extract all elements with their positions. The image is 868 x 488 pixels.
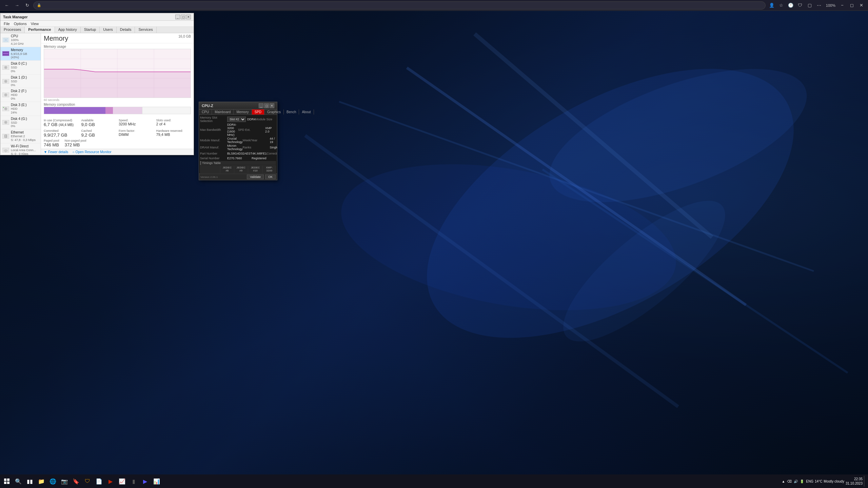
svg-rect-55 bbox=[7, 479, 9, 481]
office-button[interactable]: 📄 bbox=[94, 476, 104, 487]
powershell-button[interactable]: ▶ bbox=[140, 476, 151, 487]
task-manager-window: Task Manager _ ◻ ✕ File Options View Pro… bbox=[0, 13, 194, 155]
tab-users[interactable]: Users bbox=[100, 27, 117, 33]
module-manuf-label: Module Manuf. bbox=[200, 139, 227, 142]
show-desktop-button[interactable] bbox=[864, 476, 865, 487]
antivirus-button[interactable]: 🛡 bbox=[82, 476, 93, 487]
memory-title: Memory bbox=[44, 35, 68, 42]
ok-button[interactable]: OK bbox=[265, 175, 276, 179]
jedec8-header: JEDEC #8 bbox=[220, 166, 234, 173]
cpuz-close-button[interactable]: ✕ bbox=[270, 103, 274, 108]
close-browser-button[interactable]: ✕ bbox=[857, 1, 865, 9]
options-menu[interactable]: Options bbox=[12, 21, 29, 27]
tab-startup[interactable]: Startup bbox=[81, 27, 100, 33]
clock[interactable]: 22:35 31.10.2023 bbox=[846, 477, 863, 486]
tab-details[interactable]: Details bbox=[117, 27, 135, 33]
zoom-indicator: 100% bbox=[825, 3, 837, 7]
cpuz-tab-about[interactable]: About bbox=[299, 109, 314, 115]
explorer-button[interactable]: 📁 bbox=[36, 476, 47, 487]
terminal-button[interactable]: ▮ bbox=[128, 476, 139, 487]
cpuz-tab-cpu[interactable]: CPU bbox=[199, 109, 212, 115]
battery-icon[interactable]: 🔋 bbox=[800, 480, 804, 483]
view-menu[interactable]: View bbox=[29, 21, 41, 27]
cast-icon[interactable]: ▢ bbox=[806, 1, 814, 9]
forward-button[interactable]: → bbox=[13, 1, 21, 9]
task-manager-title: Task Manager bbox=[3, 15, 175, 19]
maximize-browser-button[interactable]: ◻ bbox=[848, 1, 856, 9]
in-use-stat: In use (Compressed) 6,7 GB (44,4 MB) bbox=[44, 119, 79, 127]
sidebar-item-ethernet[interactable]: Ethernet Ethernet 2 S: 47,8 · 0,3 Mbps bbox=[0, 129, 41, 143]
tab-processes[interactable]: Processes bbox=[0, 27, 25, 33]
tab-services[interactable]: Services bbox=[135, 27, 156, 33]
sidebar-item-memory[interactable]: Memory 6,9/15,9 GB (43%) bbox=[0, 47, 41, 61]
cpuz-tab-mainboard[interactable]: Mainboard bbox=[212, 109, 234, 115]
hw-reserved-value: 79,4 MB bbox=[156, 133, 191, 137]
network-icon[interactable]: ⌫ bbox=[787, 480, 792, 483]
task-view-button[interactable]: ▮▮ bbox=[24, 476, 35, 487]
camera-button[interactable]: 📷 bbox=[59, 476, 70, 487]
fewer-details-icon: ▼ bbox=[44, 150, 47, 154]
close-button[interactable]: ✕ bbox=[186, 15, 191, 19]
non-paged-pool-label: Non-paged pool bbox=[65, 139, 86, 142]
history-icon[interactable]: 🕐 bbox=[787, 1, 795, 9]
cpuz-tab-spd[interactable]: SPD bbox=[252, 109, 265, 115]
browser-button[interactable]: 🌐 bbox=[47, 476, 58, 487]
browser-right-icons: 👤 ☆ 🕐 🛡 ▢ ⋯ 100% − ◻ ✕ bbox=[768, 1, 865, 9]
memory-chart bbox=[44, 49, 191, 98]
max-bandwidth-label: Max Bandwidth bbox=[200, 128, 227, 131]
minimize-browser-button[interactable]: − bbox=[838, 1, 846, 9]
more-icon[interactable]: ⋯ bbox=[815, 1, 823, 9]
refresh-button[interactable]: ↻ bbox=[23, 1, 31, 9]
bookmark-button[interactable]: 🔖 bbox=[71, 476, 81, 487]
sidebar-item-disk1[interactable]: Disk 1 (D:) SSD 0% bbox=[0, 75, 41, 88]
profile-icon[interactable]: 👤 bbox=[768, 1, 776, 9]
shield-icon[interactable]: 🛡 bbox=[796, 1, 804, 9]
task-manager-button[interactable]: 📊 bbox=[151, 476, 162, 487]
maximize-button[interactable]: ◻ bbox=[181, 15, 185, 19]
validate-button[interactable]: Validate bbox=[247, 175, 264, 179]
search-button[interactable]: 🔍 bbox=[13, 476, 24, 487]
timings-table: JEDEC #8 JEDEC #9 JEDEC #10 XMP-3200 CAS… bbox=[200, 165, 276, 174]
ranks-label: Ranks bbox=[243, 146, 270, 149]
cpuz-tab-bench[interactable]: Bench bbox=[284, 109, 299, 115]
disk3-icon bbox=[2, 105, 9, 112]
start-button[interactable] bbox=[1, 476, 12, 487]
sidebar-item-wifi[interactable]: Wi-Fi Direct Local Area Conn... S: 0 · 0… bbox=[0, 143, 41, 155]
cpuz-minimize-button[interactable]: _ bbox=[259, 103, 263, 108]
paged-pool-label: Paged pool bbox=[44, 139, 59, 142]
tab-app-history[interactable]: App history bbox=[55, 27, 81, 33]
sidebar-item-disk2[interactable]: Disk 2 (F:) HDD 0% bbox=[0, 88, 41, 102]
favorites-icon[interactable]: ☆ bbox=[777, 1, 785, 9]
media-button[interactable]: ▶ bbox=[105, 476, 116, 487]
weather-widget[interactable]: 14°C Mostly cloudy bbox=[815, 480, 844, 483]
taskbar-right: ▲ ⌫ 🔊 🔋 ENG 14°C Mostly cloudy 22:35 31.… bbox=[779, 476, 868, 487]
tab-performance[interactable]: Performance bbox=[25, 27, 55, 33]
speed-label: Speed: bbox=[119, 119, 154, 122]
ppt-button[interactable]: 📈 bbox=[117, 476, 127, 487]
sidebar-item-disk0[interactable]: Disk 0 (C:) SSD 0% bbox=[0, 61, 41, 75]
sidebar-item-disk4[interactable]: Disk 4 (G:) SSD 0% bbox=[0, 116, 41, 130]
address-bar[interactable]: 🔒 bbox=[33, 1, 766, 9]
sidebar-item-disk3[interactable]: Disk 3 (E:) HDD 24% bbox=[0, 102, 41, 116]
back-button[interactable]: ← bbox=[3, 1, 11, 9]
svg-point-31 bbox=[5, 95, 6, 96]
volume-icon[interactable]: 🔊 bbox=[794, 480, 798, 483]
fewer-details-link[interactable]: ▼ Fewer details bbox=[44, 150, 68, 154]
tray-arrow[interactable]: ▲ bbox=[782, 480, 785, 483]
cpuz-titlebar[interactable]: CPU-Z _ ◻ ✕ bbox=[199, 102, 277, 109]
language-indicator[interactable]: ENG bbox=[806, 480, 813, 483]
sidebar-item-cpu[interactable]: CPU 100% 4,14 GHz bbox=[0, 33, 41, 47]
open-resource-monitor-link[interactable]: ○ Open Resource Monitor bbox=[72, 150, 111, 154]
form-factor-label: Form factor: bbox=[119, 129, 154, 133]
task-manager-titlebar[interactable]: Task Manager _ ◻ ✕ bbox=[0, 13, 194, 21]
cpuz-tab-graphics[interactable]: Graphics bbox=[264, 109, 284, 115]
slot-selection-dropdown[interactable]: Slot #2 Slot #1 Slot #3 Slot #4 bbox=[227, 117, 246, 122]
taskbar-left: 🔍 ▮▮ 📁 🌐 📷 🔖 🛡 📄 ▶ 📈 ▮ ▶ 📊 bbox=[0, 476, 163, 487]
cpuz-maximize-button[interactable]: ◻ bbox=[264, 103, 269, 108]
module-manuf-row: Module Manuf. Crucial Technology Week/Ye… bbox=[200, 137, 276, 144]
file-menu[interactable]: File bbox=[2, 21, 12, 27]
minimize-button[interactable]: _ bbox=[175, 15, 180, 19]
cpuz-tab-memory[interactable]: Memory bbox=[234, 109, 252, 115]
total-label: 16,0 GB bbox=[178, 35, 191, 38]
stats-grid: In use (Compressed) 6,7 GB (44,4 MB) Ava… bbox=[41, 117, 194, 128]
